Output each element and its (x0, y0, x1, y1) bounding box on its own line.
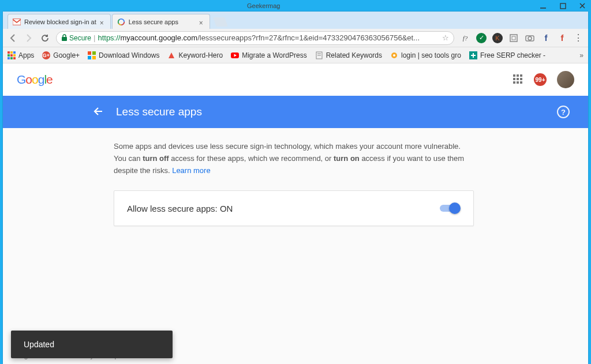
forward-button[interactable] (24, 33, 34, 43)
learn-more-link[interactable]: Learn more (172, 166, 210, 175)
extension-icon[interactable]: f? (460, 33, 470, 43)
bookmark-item[interactable]: Free SERP checker - (469, 51, 545, 59)
bookmark-bar: Apps G+ Google+ Download Windows Keyword… (3, 47, 588, 63)
allow-less-secure-toggle[interactable] (440, 202, 461, 214)
keyword-hero-icon (167, 51, 175, 59)
extension-icon[interactable]: K (492, 33, 503, 43)
page-title: Less secure apps (116, 106, 202, 118)
svg-rect-20 (8, 57, 10, 59)
help-icon[interactable]: ? (557, 106, 570, 118)
apps-icon (8, 51, 16, 59)
main-content: Some apps and devices use less secure si… (3, 128, 476, 226)
bookmark-apps[interactable]: Apps (8, 51, 34, 59)
toast-text: Updated (24, 340, 54, 349)
gplus-icon: G+ (42, 51, 50, 59)
bookmark-item[interactable]: G+ Google+ (42, 51, 80, 59)
window-titlebar: Geekermag (0, 0, 591, 12)
bookmark-label: Apps (18, 51, 34, 59)
tab-label: Review blocked sign-in at (24, 18, 96, 25)
google-header: Google 99+ (3, 63, 588, 96)
setting-card: Allow less secure apps: ON (114, 190, 474, 226)
browser-window: Review blocked sign-in at × Less secure … (3, 12, 588, 364)
bookmark-item[interactable]: Keyword-Hero (167, 51, 223, 59)
tab-label: Less secure apps (129, 18, 196, 25)
setting-label: Allow less secure apps: ON (127, 204, 233, 213)
svg-rect-27 (88, 56, 91, 59)
bookmark-label: Keyword-Hero (178, 51, 223, 59)
bookmark-star-icon[interactable]: ☆ (442, 33, 449, 42)
reload-button[interactable] (40, 33, 50, 43)
svg-point-13 (528, 36, 532, 40)
svg-rect-1 (560, 3, 566, 9)
secure-label: Secure (69, 34, 91, 42)
svg-point-34 (393, 54, 395, 57)
bookmark-overflow-icon[interactable]: » (579, 51, 583, 59)
secure-badge: Secure (61, 34, 91, 42)
extension-icon[interactable] (508, 33, 519, 43)
address-bar[interactable]: Secure | https://myaccount.google.com/le… (56, 31, 454, 45)
svg-rect-21 (10, 57, 13, 59)
svg-text:G+: G+ (43, 52, 50, 58)
svg-rect-28 (92, 56, 96, 59)
window-title: Geekermag (247, 2, 280, 9)
window-maximize-button[interactable] (559, 2, 567, 10)
svg-rect-14 (8, 51, 10, 54)
bookmark-item[interactable]: Migrate a WordPress (231, 51, 306, 59)
seo-icon (390, 51, 398, 59)
browser-tab-active[interactable]: Less secure apps × (112, 14, 210, 29)
svg-rect-18 (10, 54, 13, 57)
svg-rect-16 (13, 51, 16, 54)
serp-icon (469, 51, 477, 59)
tab-close-icon[interactable]: × (100, 19, 106, 25)
svg-rect-22 (13, 57, 16, 59)
tab-strip: Review blocked sign-in at × Less secure … (3, 12, 588, 29)
google-logo[interactable]: Google (17, 73, 53, 87)
browser-menu-button[interactable]: ⋮ (573, 33, 583, 43)
bookmark-label: login | seo tools gro (401, 51, 461, 59)
windows-icon (88, 51, 96, 59)
gmail-icon (13, 18, 21, 26)
bookmark-item[interactable]: login | seo tools gro (390, 51, 461, 59)
google-icon (117, 18, 125, 26)
youtube-icon (231, 51, 239, 59)
bookmark-label: Download Windows (99, 51, 159, 59)
window-close-button[interactable] (578, 2, 586, 10)
google-apps-icon[interactable] (513, 74, 523, 85)
lock-icon (61, 34, 68, 42)
svg-rect-9 (62, 37, 67, 41)
svg-rect-17 (8, 54, 10, 57)
description-text: Some apps and devices use less secure si… (114, 141, 472, 177)
avatar[interactable] (557, 71, 574, 88)
svg-rect-19 (13, 54, 16, 57)
svg-rect-15 (10, 51, 13, 54)
window-minimize-button[interactable] (539, 2, 547, 10)
new-tab-button[interactable] (213, 17, 228, 27)
toast-notification: Updated (11, 331, 173, 358)
extension-icon[interactable]: ✓ (476, 33, 487, 43)
back-arrow-icon[interactable] (92, 105, 106, 119)
page-header-bar: Less secure apps ? (3, 96, 588, 128)
extension-icon[interactable]: f (557, 33, 567, 43)
browser-tab[interactable]: Review blocked sign-in at × (8, 14, 111, 29)
bookmark-item[interactable]: Related Keywords (315, 51, 382, 59)
extension-icon[interactable]: f (541, 33, 551, 43)
page-content: Google 99+ Less secure apps ? Some apps … (3, 63, 588, 364)
url-text: https://myaccount.google.com/lesssecurea… (98, 33, 440, 42)
bookmark-label: Google+ (53, 51, 80, 59)
svg-rect-10 (510, 35, 517, 42)
address-bar-row: Secure | https://myaccount.google.com/le… (3, 29, 588, 47)
back-button[interactable] (8, 33, 18, 43)
bookmark-item[interactable]: Download Windows (88, 51, 159, 59)
extension-icon[interactable] (525, 33, 535, 43)
document-icon (315, 51, 323, 59)
tab-close-icon[interactable]: × (199, 19, 205, 25)
notification-badge[interactable]: 99+ (534, 73, 547, 86)
svg-rect-26 (92, 51, 96, 55)
svg-rect-11 (512, 36, 515, 40)
bookmark-label: Migrate a WordPress (242, 51, 306, 59)
bookmark-label: Free SERP checker - (480, 51, 545, 59)
bookmark-label: Related Keywords (326, 51, 382, 59)
svg-rect-25 (88, 51, 91, 55)
